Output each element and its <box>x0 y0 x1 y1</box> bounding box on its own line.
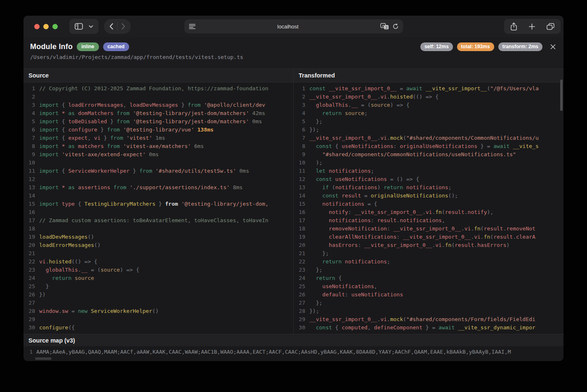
transformed-pane-title: Transformed <box>294 69 563 82</box>
code-line: 29 <box>24 315 293 324</box>
sourcemap-section: Source map (v3) 1 AAMA;AAeA,yBAAG,QAAQ,M… <box>24 334 563 361</box>
code-line: 23 globalThis.__ = (source) => { <box>24 266 293 274</box>
forward-button[interactable] <box>118 21 128 31</box>
sourcemap-mappings: AAMA;AAeA,yBAAG,QAAQ,MAAM;AACf,aAAW,KAAK… <box>36 349 511 355</box>
browser-window: localhost A文 <box>24 16 563 361</box>
code-line: 24 return source <box>24 274 293 282</box>
sourcemap-title: Source map (v3) <box>24 334 563 346</box>
reload-icon[interactable] <box>392 23 399 30</box>
source-pane: Source 1// Copyright (C) 2012-2025 Zamma… <box>24 69 294 334</box>
address-bar[interactable]: localhost A文 <box>184 19 403 33</box>
code-line: 4 return source; <box>294 109 563 117</box>
bottom-strip <box>24 357 563 361</box>
sidebar-toggle-button[interactable] <box>72 21 86 31</box>
code-line: 7import { expect, vi } from 'vitest' 1ms <box>24 134 293 142</box>
code-line: 15import type { TestingLibraryMatchers }… <box>24 200 293 208</box>
code-line: 28}); <box>294 307 563 315</box>
code-line: 28window.sw = new ServiceWorkerHelper() <box>24 307 293 315</box>
code-line: 20 hasErrors: __vite_ssr_import_0__.vi.f… <box>294 241 563 249</box>
code-line: 9import 'vitest-axe/extend-expect' 0ms <box>24 150 293 159</box>
code-line: 18 removeNotification: __vite_ssr_import… <box>294 225 563 233</box>
code-line: 17// Zammad custom assertions: toBeAvata… <box>24 216 293 225</box>
code-line: 6}); <box>294 126 563 134</box>
code-line: 21 }; <box>294 249 563 258</box>
horizontal-scrollbar-thumb[interactable] <box>35 357 52 360</box>
source-code-editor[interactable]: 1// Copyright (C) 2012-2025 Zammad Found… <box>24 82 293 334</box>
code-line: 22 return notifications; <box>294 258 563 266</box>
page-format-icon[interactable] <box>189 23 196 29</box>
code-line: 8import * as matchers from 'vitest-axe/m… <box>24 142 293 150</box>
code-line: 14 <box>24 192 293 200</box>
code-line: 23 }; <box>294 266 563 274</box>
code-line: 3 globalThis.__ = (source) => { <box>294 101 563 109</box>
new-tab-button[interactable] <box>526 22 538 31</box>
tab-overview-button[interactable] <box>544 21 557 32</box>
chevron-down-icon <box>89 25 93 28</box>
code-line: 3import { loadErrorMessages, loadDevMess… <box>24 101 293 109</box>
code-line: 29__vite_ssr_import_0__.vi.mock("#shared… <box>294 315 563 324</box>
share-icon <box>510 22 517 31</box>
nav-divider <box>117 22 118 31</box>
code-line: 19loadDevMessages() <box>24 233 293 241</box>
chevron-right-icon <box>121 23 125 30</box>
inline-badge: inline <box>77 42 99 51</box>
transform-time-badge: transform: 2ms <box>498 42 542 51</box>
close-window-button[interactable] <box>34 24 40 29</box>
sidebar-group <box>69 19 99 34</box>
page-title: Module Info <box>30 42 73 51</box>
zoom-window-button[interactable] <box>52 24 58 29</box>
code-line: 18 <box>24 225 293 233</box>
code-line: 1// Copyright (C) 2012-2025 Zammad Found… <box>24 85 293 93</box>
code-line: 7__vite_ssr_import_0__.vi.mock("#shared/… <box>294 134 563 142</box>
code-line: 12 <box>24 175 293 183</box>
code-line: 14 const result = originalUseNotificatio… <box>294 192 563 200</box>
screen: localhost A文 <box>0 0 587 392</box>
toolbar-right-group <box>504 19 561 34</box>
code-line: 11import { ServiceWorkerHelper } from '#… <box>24 167 293 175</box>
code-line: 1const __vite_ssr_import_0__ = await __v… <box>294 85 563 93</box>
chevron-left-icon <box>109 23 113 30</box>
module-file-path: /Users/vladimir/Projects/zammad/app/fron… <box>30 54 557 60</box>
vertical-scrollbar-thumb[interactable] <box>560 80 563 111</box>
code-line: 30 const { computed, defineComponent } =… <box>294 324 563 332</box>
sidebar-icon <box>75 23 83 30</box>
transformed-pane: Transformed 1const __vite_ssr_import_0__… <box>294 69 563 334</box>
code-line: 4import * as domMatchers from '@testing-… <box>24 109 293 117</box>
code-line: 27 <box>24 299 293 307</box>
total-time-badge: total: 193ms <box>457 42 494 51</box>
code-line: 21 <box>24 249 293 258</box>
code-line: 12 const useNotifications = () => { <box>294 175 563 183</box>
code-line: 27 }; <box>294 299 563 307</box>
transformed-code-editor[interactable]: 1const __vite_ssr_import_0__ = await __v… <box>294 82 563 334</box>
code-line: 24 return { <box>294 274 563 282</box>
code-line: 13 if (notifications) return notificatio… <box>294 183 563 192</box>
code-line: 17 notifications: result.notifications, <box>294 216 563 225</box>
code-line: 11 let notifications; <box>294 167 563 175</box>
code-line: 9 "#shared/components/CommonNotification… <box>294 150 563 159</box>
nav-group <box>104 19 131 34</box>
code-line: 5 }; <box>294 117 563 126</box>
code-line: 6import { configure } from '@testing-lib… <box>24 126 293 134</box>
close-module-info-button[interactable] <box>549 43 557 51</box>
browser-toolbar: localhost A文 <box>24 16 563 37</box>
back-button[interactable] <box>106 21 116 31</box>
source-pane-title: Source <box>24 69 293 82</box>
code-line: 16 <box>24 208 293 216</box>
code-line: 22vi.hoisted(() => { <box>24 258 293 266</box>
translate-icon[interactable]: A文 <box>380 23 389 30</box>
code-line: 15 notifications = { <box>294 200 563 208</box>
minimize-window-button[interactable] <box>43 24 49 29</box>
code-line: 26}) <box>24 291 293 299</box>
code-line: 30configure({ <box>24 324 293 332</box>
code-line: 25 } <box>24 282 293 291</box>
code-line: 10 ); <box>294 159 563 167</box>
tabs-icon <box>547 23 554 30</box>
url-text[interactable]: localhost <box>196 23 380 30</box>
self-time-badge: self: 12ms <box>420 42 453 51</box>
code-panes: Source 1// Copyright (C) 2012-2025 Zamma… <box>24 68 563 334</box>
share-button[interactable] <box>507 21 520 33</box>
window-controls <box>34 24 58 29</box>
code-line: 16 notify: __vite_ssr_import_0__.vi.fn(r… <box>294 208 563 216</box>
code-line: 10 <box>24 159 293 167</box>
sidebar-chevron-button[interactable] <box>86 23 96 30</box>
